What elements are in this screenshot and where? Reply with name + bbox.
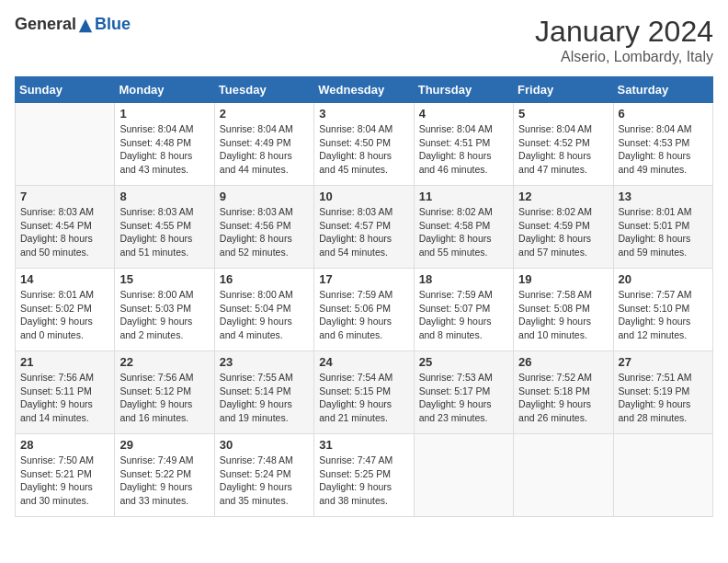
logo-text: GeneralBlue xyxy=(15,15,131,34)
calendar-cell: 24Sunrise: 7:54 AMSunset: 5:15 PMDayligh… xyxy=(314,351,414,434)
calendar-cell: 16Sunrise: 8:00 AMSunset: 5:04 PMDayligh… xyxy=(214,269,313,351)
calendar-cell: 22Sunrise: 7:56 AMSunset: 5:12 PMDayligh… xyxy=(115,351,214,434)
day-info: Sunrise: 7:56 AMSunset: 5:11 PMDaylight:… xyxy=(20,371,109,425)
calendar-cell: 3Sunrise: 8:04 AMSunset: 4:50 PMDaylight… xyxy=(314,103,414,186)
day-number: 31 xyxy=(319,438,408,452)
calendar-cell: 20Sunrise: 7:57 AMSunset: 5:10 PMDayligh… xyxy=(613,269,712,351)
page-header: GeneralBlue January 2024 Alserio, Lombar… xyxy=(15,15,713,65)
calendar-cell: 18Sunrise: 7:59 AMSunset: 5:07 PMDayligh… xyxy=(414,269,513,351)
day-info: Sunrise: 7:59 AMSunset: 5:07 PMDaylight:… xyxy=(419,288,508,342)
calendar-week-row: 21Sunrise: 7:56 AMSunset: 5:11 PMDayligh… xyxy=(16,351,713,434)
day-info: Sunrise: 8:00 AMSunset: 5:04 PMDaylight:… xyxy=(220,288,309,342)
day-info: Sunrise: 8:01 AMSunset: 5:01 PMDaylight:… xyxy=(619,205,708,259)
weekday-header: Monday xyxy=(115,77,214,103)
calendar-cell: 29Sunrise: 7:49 AMSunset: 5:22 PMDayligh… xyxy=(115,434,214,517)
day-info: Sunrise: 8:04 AMSunset: 4:53 PMDaylight:… xyxy=(619,122,708,177)
weekday-header: Friday xyxy=(514,77,613,103)
day-info: Sunrise: 7:48 AMSunset: 5:24 PMDaylight:… xyxy=(220,454,309,508)
day-info: Sunrise: 7:54 AMSunset: 5:15 PMDaylight:… xyxy=(319,371,408,425)
day-number: 24 xyxy=(319,355,408,369)
calendar-week-row: 14Sunrise: 8:01 AMSunset: 5:02 PMDayligh… xyxy=(16,269,713,351)
weekday-header: Wednesday xyxy=(314,77,414,103)
day-number: 14 xyxy=(20,272,109,286)
day-number: 7 xyxy=(20,190,109,203)
day-info: Sunrise: 8:04 AMSunset: 4:52 PMDaylight:… xyxy=(518,122,608,177)
calendar-cell: 17Sunrise: 7:59 AMSunset: 5:06 PMDayligh… xyxy=(314,269,414,351)
day-number: 18 xyxy=(419,272,508,286)
logo-blue: Blue xyxy=(95,15,131,33)
calendar-cell: 21Sunrise: 7:56 AMSunset: 5:11 PMDayligh… xyxy=(16,351,115,434)
calendar-cell: 12Sunrise: 8:02 AMSunset: 4:59 PMDayligh… xyxy=(514,186,613,269)
day-number: 9 xyxy=(220,190,309,203)
day-info: Sunrise: 7:56 AMSunset: 5:12 PMDaylight:… xyxy=(119,371,209,425)
day-number: 5 xyxy=(518,107,608,121)
calendar-week-row: 1Sunrise: 8:04 AMSunset: 4:48 PMDaylight… xyxy=(16,103,713,186)
calendar-cell: 1Sunrise: 8:04 AMSunset: 4:48 PMDaylight… xyxy=(115,103,214,186)
title-section: January 2024 Alserio, Lombardy, Italy xyxy=(535,15,713,65)
day-number: 25 xyxy=(419,355,508,369)
day-number: 27 xyxy=(619,355,708,369)
location-title: Alserio, Lombardy, Italy xyxy=(535,49,713,65)
day-info: Sunrise: 7:53 AMSunset: 5:17 PMDaylight:… xyxy=(419,371,508,425)
calendar-cell: 4Sunrise: 8:04 AMSunset: 4:51 PMDaylight… xyxy=(414,103,513,186)
day-number: 28 xyxy=(20,438,109,452)
day-info: Sunrise: 7:58 AMSunset: 5:08 PMDaylight:… xyxy=(518,288,608,342)
logo-icon xyxy=(77,17,94,34)
day-number: 6 xyxy=(619,107,708,121)
day-info: Sunrise: 7:52 AMSunset: 5:18 PMDaylight:… xyxy=(518,371,608,425)
day-info: Sunrise: 7:51 AMSunset: 5:19 PMDaylight:… xyxy=(619,371,708,425)
day-info: Sunrise: 8:02 AMSunset: 4:58 PMDaylight:… xyxy=(419,205,508,259)
calendar-week-row: 28Sunrise: 7:50 AMSunset: 5:21 PMDayligh… xyxy=(16,434,713,517)
day-info: Sunrise: 8:01 AMSunset: 5:02 PMDaylight:… xyxy=(20,288,109,342)
calendar-cell: 28Sunrise: 7:50 AMSunset: 5:21 PMDayligh… xyxy=(16,434,115,517)
calendar-cell xyxy=(514,434,613,517)
day-info: Sunrise: 7:57 AMSunset: 5:10 PMDaylight:… xyxy=(619,288,708,342)
calendar-cell: 13Sunrise: 8:01 AMSunset: 5:01 PMDayligh… xyxy=(613,186,712,269)
day-number: 1 xyxy=(119,107,209,121)
day-info: Sunrise: 8:03 AMSunset: 4:55 PMDaylight:… xyxy=(119,205,209,259)
weekday-header: Tuesday xyxy=(214,77,313,103)
weekday-header-row: SundayMondayTuesdayWednesdayThursdayFrid… xyxy=(16,77,713,103)
calendar-cell: 23Sunrise: 7:55 AMSunset: 5:14 PMDayligh… xyxy=(214,351,313,434)
day-info: Sunrise: 8:03 AMSunset: 4:56 PMDaylight:… xyxy=(220,205,309,259)
day-number: 11 xyxy=(419,190,508,203)
day-info: Sunrise: 8:02 AMSunset: 4:59 PMDaylight:… xyxy=(518,205,608,259)
calendar-cell: 31Sunrise: 7:47 AMSunset: 5:25 PMDayligh… xyxy=(314,434,414,517)
day-number: 8 xyxy=(119,190,209,203)
weekday-header: Sunday xyxy=(16,77,115,103)
calendar-table: SundayMondayTuesdayWednesdayThursdayFrid… xyxy=(15,76,713,517)
calendar-cell: 10Sunrise: 8:03 AMSunset: 4:57 PMDayligh… xyxy=(314,186,414,269)
day-info: Sunrise: 8:04 AMSunset: 4:50 PMDaylight:… xyxy=(319,122,408,177)
day-info: Sunrise: 8:04 AMSunset: 4:51 PMDaylight:… xyxy=(419,122,508,177)
day-number: 21 xyxy=(20,355,109,369)
day-info: Sunrise: 8:00 AMSunset: 5:03 PMDaylight:… xyxy=(119,288,209,342)
month-title: January 2024 xyxy=(535,15,713,49)
day-info: Sunrise: 8:03 AMSunset: 4:54 PMDaylight:… xyxy=(20,205,109,259)
calendar-cell: 15Sunrise: 8:00 AMSunset: 5:03 PMDayligh… xyxy=(115,269,214,351)
calendar-cell: 11Sunrise: 8:02 AMSunset: 4:58 PMDayligh… xyxy=(414,186,513,269)
calendar-cell: 2Sunrise: 8:04 AMSunset: 4:49 PMDaylight… xyxy=(214,103,313,186)
calendar-cell xyxy=(16,103,115,186)
calendar-cell: 14Sunrise: 8:01 AMSunset: 5:02 PMDayligh… xyxy=(16,269,115,351)
day-number: 12 xyxy=(518,190,608,203)
calendar-cell: 8Sunrise: 8:03 AMSunset: 4:55 PMDaylight… xyxy=(115,186,214,269)
calendar-cell: 7Sunrise: 8:03 AMSunset: 4:54 PMDaylight… xyxy=(16,186,115,269)
calendar-cell: 19Sunrise: 7:58 AMSunset: 5:08 PMDayligh… xyxy=(514,269,613,351)
day-number: 16 xyxy=(220,272,309,286)
day-number: 22 xyxy=(119,355,209,369)
day-number: 26 xyxy=(518,355,608,369)
day-number: 3 xyxy=(319,107,408,121)
weekday-header: Thursday xyxy=(414,77,513,103)
weekday-header: Saturday xyxy=(613,77,712,103)
day-number: 13 xyxy=(619,190,708,203)
day-info: Sunrise: 8:03 AMSunset: 4:57 PMDaylight:… xyxy=(319,205,408,259)
calendar-cell xyxy=(414,434,513,517)
calendar-cell: 27Sunrise: 7:51 AMSunset: 5:19 PMDayligh… xyxy=(613,351,712,434)
calendar-cell: 26Sunrise: 7:52 AMSunset: 5:18 PMDayligh… xyxy=(514,351,613,434)
day-info: Sunrise: 7:50 AMSunset: 5:21 PMDaylight:… xyxy=(20,454,109,508)
day-info: Sunrise: 8:04 AMSunset: 4:49 PMDaylight:… xyxy=(220,122,309,177)
day-number: 4 xyxy=(419,107,508,121)
day-info: Sunrise: 8:04 AMSunset: 4:48 PMDaylight:… xyxy=(119,122,209,177)
day-number: 17 xyxy=(319,272,408,286)
day-number: 19 xyxy=(518,272,608,286)
